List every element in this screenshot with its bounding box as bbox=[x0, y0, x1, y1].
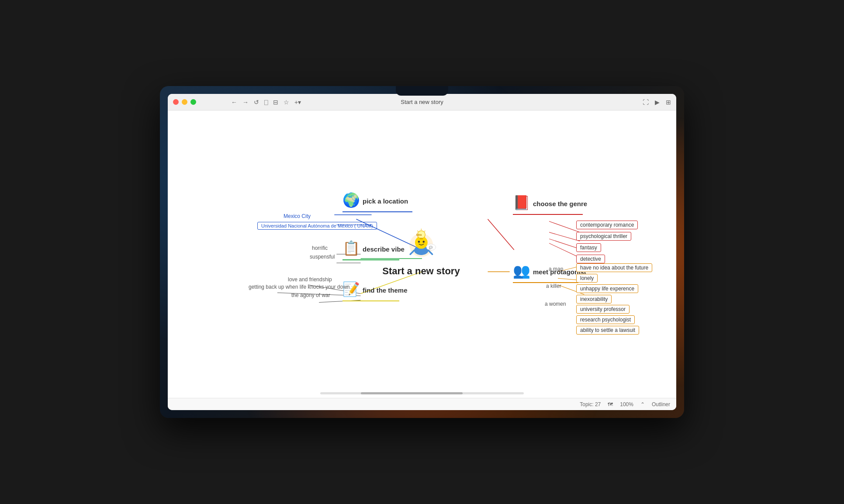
nav-icon-5[interactable]: ⊟ bbox=[273, 99, 278, 106]
book-icon: 📕 bbox=[513, 194, 530, 211]
leaf-agony[interactable]: the agony of war bbox=[291, 292, 330, 298]
leaf-university-professor[interactable]: university professor bbox=[576, 305, 630, 314]
maximize-button[interactable] bbox=[190, 99, 196, 105]
outliner-button[interactable]: Outliner bbox=[652, 401, 670, 407]
svg-line-3 bbox=[488, 219, 514, 250]
svg-line-13 bbox=[549, 232, 580, 241]
leaf-research-psychologist[interactable]: research psychologist bbox=[576, 315, 635, 324]
globe-icon: 🌍 bbox=[342, 192, 360, 208]
svg-text:💬: 💬 bbox=[429, 246, 432, 249]
svg-line-15 bbox=[549, 243, 580, 258]
browser-window: ← → ↺ ⎕ ⊟ ☆ +▾ Start a new story ⛶ ▶ ⊞ bbox=[168, 94, 676, 410]
minimize-button[interactable] bbox=[182, 99, 187, 105]
notes-icon: 📋 bbox=[342, 240, 360, 256]
present-icon[interactable]: ▶ bbox=[655, 99, 660, 106]
bookmark-icon[interactable]: ☆ bbox=[284, 99, 289, 106]
central-node: 💬 Idea Start a new story bbox=[382, 224, 460, 277]
zoom-level[interactable]: 100% bbox=[620, 401, 633, 407]
map-icon-status: 🗺 bbox=[608, 401, 613, 407]
leaf-fantasy[interactable]: fantasy bbox=[576, 243, 601, 252]
leaf-getting-back[interactable]: getting back up when life knocks your do… bbox=[249, 284, 349, 290]
svg-rect-25 bbox=[419, 238, 422, 239]
idea-character-icon: 💬 Idea bbox=[401, 224, 441, 263]
screen-bezel: ← → ↺ ⎕ ⊟ ☆ +▾ Start a new story ⛶ ▶ ⊞ bbox=[160, 86, 684, 418]
leaf-no-idea-future[interactable]: have no idea about the future bbox=[576, 263, 652, 272]
notch bbox=[396, 86, 448, 96]
branch-choose-genre[interactable]: 📕 choose the genre bbox=[513, 194, 587, 215]
branch-label-theme: find the theme bbox=[363, 287, 408, 294]
title-bar: ← → ↺ ⎕ ⊟ ☆ +▾ Start a new story ⛶ ▶ ⊞ bbox=[168, 94, 676, 110]
leaf-lonely[interactable]: lonely bbox=[576, 274, 598, 283]
leaf-unhappy-life[interactable]: unhappy life experence bbox=[576, 284, 638, 293]
add-icon[interactable]: +▾ bbox=[294, 99, 301, 106]
toolbar-right: ⛶ ▶ ⊞ bbox=[643, 99, 671, 106]
content-area: 💬 Idea Start a new story 🌍 pick a locati… bbox=[168, 110, 676, 398]
svg-line-27 bbox=[417, 231, 418, 231]
sub-label-killer: a killer bbox=[546, 283, 561, 289]
central-title: Start a new story bbox=[382, 266, 460, 277]
leaf-detective[interactable]: detective bbox=[576, 255, 605, 263]
svg-line-14 bbox=[549, 239, 580, 249]
window-title: Start a new story bbox=[401, 99, 443, 105]
close-button[interactable] bbox=[173, 99, 179, 105]
branch-find-theme[interactable]: 📝 find the theme bbox=[342, 281, 408, 301]
nav-icon-4[interactable]: ⎕ bbox=[264, 99, 268, 106]
scrollbar-track bbox=[320, 392, 524, 394]
leaf-inexorability[interactable]: inexorability bbox=[576, 295, 612, 304]
svg-line-28 bbox=[424, 231, 425, 231]
branch-label-genre: choose the genre bbox=[533, 200, 587, 207]
scrollbar-thumb[interactable] bbox=[361, 392, 463, 394]
zoom-arrows[interactable]: ⌃ bbox=[640, 401, 645, 407]
refresh-icon[interactable]: ↺ bbox=[254, 99, 259, 106]
forward-icon[interactable]: → bbox=[242, 99, 249, 106]
status-bar: Topic: 27 🗺 100% ⌃ Outliner bbox=[168, 398, 676, 410]
toolbar-nav: ← → ↺ ⎕ ⊟ ☆ +▾ bbox=[231, 99, 301, 106]
leaf-ability-settle[interactable]: ability to settle a lawsuit bbox=[576, 326, 639, 335]
traffic-lights bbox=[173, 99, 196, 105]
svg-text:Idea: Idea bbox=[416, 233, 422, 236]
leaf-love[interactable]: love and friendship bbox=[288, 276, 332, 283]
leaf-unam[interactable]: Universidad Nacional Autónoma de México … bbox=[257, 222, 377, 230]
sub-label-man: a man bbox=[549, 266, 563, 272]
svg-point-23 bbox=[422, 241, 425, 243]
panel-icon[interactable]: ⊞ bbox=[666, 99, 671, 106]
back-icon[interactable]: ← bbox=[231, 99, 237, 106]
leaf-horrific[interactable]: horrific bbox=[312, 245, 328, 251]
topic-count-label: Topic: 27 bbox=[580, 401, 601, 407]
leaf-contemporary-romance[interactable]: contemporary romance bbox=[576, 221, 638, 229]
branch-label-location: pick a location bbox=[363, 197, 408, 205]
sub-label-women: a women bbox=[545, 301, 566, 307]
leaf-mexico-city[interactable]: Mexico City bbox=[284, 213, 311, 219]
svg-line-12 bbox=[549, 221, 580, 232]
svg-point-22 bbox=[418, 241, 420, 243]
fullscreen-icon[interactable]: ⛶ bbox=[643, 99, 649, 106]
people-icon: 👥 bbox=[513, 262, 530, 279]
leaf-suspensful[interactable]: suspensful bbox=[310, 254, 335, 260]
leaf-psychological-thriller[interactable]: psychological thriller bbox=[576, 232, 631, 241]
laptop-shell: ← → ↺ ⎕ ⊟ ☆ +▾ Start a new story ⛶ ▶ ⊞ bbox=[160, 86, 684, 418]
branch-pick-location[interactable]: 🌍 pick a location bbox=[342, 192, 412, 212]
